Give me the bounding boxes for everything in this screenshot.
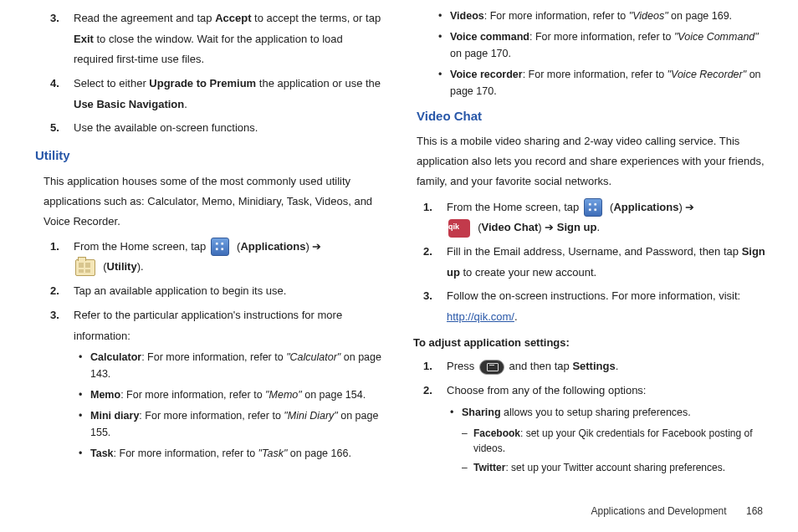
step-number: 2. bbox=[423, 242, 447, 283]
text: Select to either bbox=[74, 77, 149, 90]
italic: "Mini Diary" bbox=[284, 410, 337, 422]
video-chat-heading: Video Chat bbox=[417, 105, 766, 129]
text: on page 169. bbox=[668, 10, 732, 22]
text: on page 166. bbox=[287, 448, 350, 459]
text: : For more information, refer to bbox=[141, 351, 286, 363]
step-5: 5. Use the available on-screen functions… bbox=[32, 118, 385, 139]
vc-step-2: 2. Fill in the Email address, Username, … bbox=[413, 242, 766, 283]
step-number: 3. bbox=[50, 8, 74, 70]
qik-link[interactable]: http://qik.com/ bbox=[447, 310, 514, 323]
page-number: 168 bbox=[746, 505, 763, 517]
bold: Sharing bbox=[462, 407, 501, 418]
page-columns: 3. Read the agreement and tap Accept to … bbox=[0, 8, 798, 479]
bullet-minidiary: • Mini diary: For more information, refe… bbox=[32, 408, 385, 441]
bold: Exit bbox=[74, 33, 94, 45]
bold: Mini diary bbox=[90, 410, 139, 422]
step-body: Refer to the particular application's in… bbox=[74, 305, 385, 346]
adj-step-1: 1. Press and then tap Settings. bbox=[413, 356, 766, 377]
bold: Sign up bbox=[557, 221, 597, 233]
vc-step-1: 1. From the Home screen, tap (Applicatio… bbox=[413, 197, 766, 238]
applications-icon bbox=[211, 238, 229, 256]
text: Press bbox=[447, 360, 478, 372]
bullet-body: Mini diary: For more information, refer … bbox=[90, 408, 385, 441]
bullet-dot: • bbox=[438, 8, 450, 24]
bullet-body: Memo: For more information, refer to "Me… bbox=[90, 387, 366, 403]
step-3: 3. Read the agreement and tap Accept to … bbox=[32, 8, 385, 70]
step-body: Choose from any of the following options… bbox=[447, 381, 766, 402]
text: From the Home screen, tap bbox=[447, 201, 582, 213]
bullet-dot: • bbox=[438, 67, 450, 100]
dash-body: Facebook: set up your Qik credentials fo… bbox=[473, 426, 766, 456]
footer-section: Applications and Development bbox=[591, 505, 727, 517]
arrow-icon: ➔ bbox=[685, 201, 694, 213]
qik-icon: qik bbox=[448, 219, 470, 238]
text: : set up your Twitter account sharing pr… bbox=[505, 462, 725, 473]
bold: Video Chat bbox=[482, 221, 539, 233]
italic: "Videos" bbox=[629, 10, 668, 22]
italic: "Voice Recorder" bbox=[668, 69, 747, 80]
bold: Use Basic Navigation bbox=[74, 98, 184, 110]
bullet-body: Voice command: For more information, ref… bbox=[450, 29, 766, 62]
italic: "Task" bbox=[258, 448, 288, 459]
bullet-voice-recorder: • Voice recorder: For more information, … bbox=[413, 67, 766, 100]
step-body: Tap an available application to begin it… bbox=[74, 281, 385, 302]
applications-icon bbox=[584, 198, 602, 217]
step-number: 3. bbox=[50, 305, 74, 346]
text: Read the agreement and tap bbox=[74, 12, 215, 24]
bold: Settings bbox=[572, 360, 615, 372]
bold: Accept bbox=[215, 12, 251, 24]
bold: Upgrade to Premium bbox=[149, 77, 256, 90]
bullet-task: • Task: For more information, refer to "… bbox=[32, 446, 385, 462]
bold: Applications bbox=[240, 240, 305, 253]
text: From the Home screen, tap bbox=[74, 240, 209, 253]
dash-body: Twitter: set up your Twitter account sha… bbox=[473, 460, 725, 475]
step-number: 5. bbox=[50, 118, 74, 139]
arrow-icon: ➔ bbox=[312, 240, 321, 253]
bullet-body: Videos: For more information, refer to "… bbox=[450, 8, 732, 24]
text: : For more information, refer to bbox=[120, 389, 265, 401]
left-column: 3. Read the agreement and tap Accept to … bbox=[32, 8, 385, 479]
bold: Voice command bbox=[450, 31, 529, 43]
bullet-dot: • bbox=[79, 350, 90, 382]
bullet-sharing: • Sharing allows you to setup sharing pr… bbox=[413, 405, 766, 421]
bullet-body: Sharing allows you to setup sharing pref… bbox=[462, 405, 691, 421]
utility-folder-icon bbox=[75, 259, 95, 276]
text: : For more information, refer to bbox=[484, 10, 629, 22]
adj-step-2: 2. Choose from any of the following opti… bbox=[413, 381, 766, 402]
step-body: Fill in the Email address, Username, and… bbox=[447, 242, 766, 283]
bullet-dot: • bbox=[79, 408, 90, 441]
bullet-dot: • bbox=[79, 446, 90, 462]
vc-step-3: 3. Follow the on-screen instructions. Fo… bbox=[413, 286, 766, 327]
right-column: • Videos: For more information, refer to… bbox=[413, 8, 766, 479]
step-number: 4. bbox=[50, 74, 74, 115]
text: on page 154. bbox=[302, 389, 366, 401]
italic: "Voice Command" bbox=[674, 31, 759, 43]
step-body: Select to either Upgrade to Premium the … bbox=[74, 74, 385, 115]
dash-twitter: – Twitter: set up your Twitter account s… bbox=[413, 460, 766, 475]
utility-heading: Utility bbox=[35, 144, 385, 168]
italic: "Memo" bbox=[265, 389, 302, 401]
bullet-videos: • Videos: For more information, refer to… bbox=[413, 8, 766, 24]
text: Follow the on-screen instructions. For m… bbox=[447, 289, 740, 302]
dash-mark: – bbox=[462, 426, 473, 456]
text: to accept the terms, or tap bbox=[251, 12, 381, 24]
utility-intro: This application houses some of the most… bbox=[43, 171, 385, 232]
text: the application or use the bbox=[256, 77, 381, 90]
arrow-icon: ➔ bbox=[545, 221, 554, 233]
bold: Calculator bbox=[90, 351, 141, 363]
dash-facebook: – Facebook: set up your Qik credentials … bbox=[413, 426, 766, 456]
bold: Task bbox=[90, 448, 114, 459]
adjust-settings-heading: To adjust application settings: bbox=[413, 333, 766, 354]
step-body: Use the available on-screen functions. bbox=[74, 118, 385, 139]
bullet-body: Calculator: For more information, refer … bbox=[90, 350, 385, 382]
menu-button-icon bbox=[479, 360, 504, 375]
bullet-body: Task: For more information, refer to "Ta… bbox=[90, 446, 351, 462]
text: Fill in the Email address, Username, and… bbox=[447, 245, 742, 258]
step-body: From the Home screen, tap (Applications)… bbox=[447, 197, 766, 238]
page-footer: Applications and Development 168 bbox=[591, 505, 763, 517]
utility-step-2: 2. Tap an available application to begin… bbox=[32, 281, 385, 302]
bullet-memo: • Memo: For more information, refer to "… bbox=[32, 387, 385, 403]
text: : For more information, refer to bbox=[529, 31, 674, 43]
step-number: 1. bbox=[423, 197, 447, 238]
text: : For more information, refer to bbox=[114, 448, 258, 459]
